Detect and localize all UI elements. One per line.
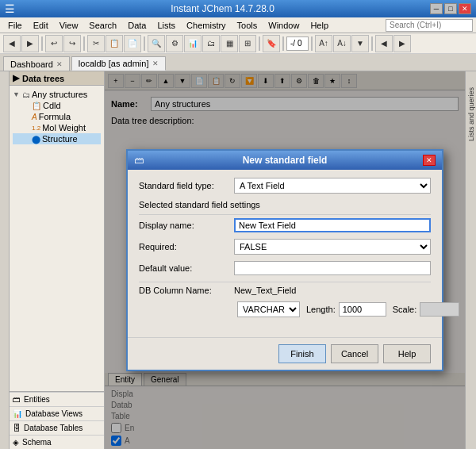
- tree-root[interactable]: ▼ 🗂 Any structures: [13, 89, 101, 100]
- required-label: Required:: [139, 242, 234, 251]
- display-name-label: Display name:: [139, 221, 234, 230]
- menu-edit[interactable]: Edit: [29, 19, 53, 32]
- tree-item-molweight[interactable]: 1.2 Mol Weight: [13, 122, 101, 133]
- section-title: Selected standard field settings: [139, 200, 431, 209]
- main-toolbar: ◀ ▶ ↩ ↪ ✂ 📋 📄 🔍 ⚙ 📊 🗂 ▦ ⊞ 🔖 -/ 0 A↑ A↓ ▼…: [0, 33, 476, 54]
- toolbar-nav-right[interactable]: ▶: [393, 35, 411, 52]
- search-container: [386, 19, 473, 32]
- toolbar-back[interactable]: ◀: [3, 35, 21, 52]
- toolbar-sep-2: [83, 36, 85, 51]
- toolbar-redo[interactable]: ↪: [63, 35, 81, 52]
- app-icon: ☰: [5, 2, 15, 15]
- tree-root-label: Any structures: [32, 90, 87, 99]
- window-controls: ─ □ ✕: [430, 3, 471, 14]
- maximize-button[interactable]: □: [444, 3, 457, 14]
- db-column-value: New_Text_Field: [234, 286, 431, 295]
- tree-item-formula[interactable]: A Formula: [13, 111, 101, 122]
- close-button[interactable]: ✕: [459, 3, 471, 14]
- modal-title: New standard field: [147, 155, 423, 166]
- modal-close-button[interactable]: ✕: [423, 155, 436, 166]
- toolbar-btn12[interactable]: 🔖: [263, 35, 280, 52]
- modal-overlay: 🗃 New standard field ✕ Standard field ty…: [105, 71, 465, 449]
- toolbar-nav-left[interactable]: ◀: [375, 35, 393, 52]
- tab-dashboard-label: Dashboard: [10, 59, 53, 69]
- toolbar-btn3[interactable]: ✂: [87, 35, 105, 52]
- menu-data[interactable]: Data: [123, 19, 151, 32]
- nav-database-views[interactable]: 📊 Database Views: [10, 406, 104, 420]
- tab-localdb[interactable]: localdb [as admin] ✕: [71, 56, 166, 71]
- tree-item-structure[interactable]: ⬤ Structure: [13, 133, 101, 144]
- length-input[interactable]: [339, 302, 386, 317]
- data-trees-label: Data trees: [22, 74, 64, 83]
- tree-structure-label: Structure: [42, 134, 78, 144]
- help-button[interactable]: Help: [383, 344, 431, 363]
- toolbar-filter[interactable]: ▼: [351, 35, 369, 52]
- nav-entities-icon: 🗃: [13, 395, 21, 404]
- toolbar-sort-asc[interactable]: A↑: [315, 35, 332, 52]
- tree-cdld-label: Cdld: [43, 101, 61, 110]
- toolbar-btn4[interactable]: 📋: [106, 35, 123, 52]
- toolbar-undo[interactable]: ↩: [45, 35, 63, 52]
- default-value-row: Default value:: [139, 261, 431, 275]
- minimize-button[interactable]: ─: [430, 3, 443, 14]
- toolbar-forward[interactable]: ▶: [21, 35, 39, 52]
- required-row: Required: FALSE TRUE: [139, 239, 431, 255]
- menu-file[interactable]: File: [3, 19, 27, 32]
- default-value-label: Default value:: [139, 263, 234, 273]
- nav-dbviews-label: Database Views: [25, 409, 83, 418]
- default-value-input[interactable]: [234, 261, 431, 275]
- menu-search[interactable]: Search: [84, 19, 121, 32]
- nav-schema[interactable]: ◈ Schema: [10, 435, 104, 449]
- toolbar-btn7[interactable]: ⚙: [166, 35, 183, 52]
- modal-body: Standard field type: A Text Field Number…: [128, 170, 442, 337]
- finish-button[interactable]: Finish: [278, 344, 326, 363]
- nav-database-tables[interactable]: 🗄 Database Tables: [10, 420, 104, 435]
- scale-input[interactable]: [420, 302, 459, 317]
- search-input[interactable]: [386, 19, 473, 32]
- toolbar-btn8[interactable]: 📊: [184, 35, 202, 52]
- nav-dbviews-icon: 📊: [13, 409, 22, 418]
- tree-formula-icon: A: [32, 113, 37, 121]
- toolbar-btn9[interactable]: 🗂: [202, 35, 220, 52]
- zoom-level: -/ 0: [286, 36, 309, 51]
- tab-dashboard[interactable]: Dashboard ✕: [3, 56, 70, 71]
- modal-dialog: 🗃 New standard field ✕ Standard field ty…: [126, 149, 443, 371]
- type-select[interactable]: VARCHAR CHAR TEXT: [237, 301, 300, 317]
- data-trees-icon: ▶: [13, 73, 19, 83]
- tab-dashboard-close[interactable]: ✕: [56, 60, 63, 68]
- toolbar-btn10[interactable]: ▦: [221, 35, 238, 52]
- nav-entities[interactable]: 🗃 Entities: [10, 392, 104, 406]
- menu-help[interactable]: Help: [305, 19, 333, 32]
- toolbar-btn6[interactable]: 🔍: [148, 35, 165, 52]
- nav-dbtables-label: Database Tables: [24, 424, 83, 432]
- tree-molweight-label: Mol Weight: [42, 123, 86, 132]
- left-sidebar: [0, 71, 10, 449]
- bottom-nav: 🗃 Entities 📊 Database Views 🗄 Database T…: [10, 391, 104, 449]
- toolbar-sep-3: [144, 36, 145, 51]
- db-column-row: DB Column Name: New_Text_Field: [139, 286, 431, 295]
- modal-title-bar: 🗃 New standard field ✕: [128, 151, 442, 170]
- menu-window[interactable]: Window: [263, 19, 304, 32]
- display-name-input[interactable]: [234, 218, 431, 232]
- toolbar-btn11[interactable]: ⊞: [239, 35, 256, 52]
- app-title: Instant JChem 14.7.28.0: [15, 3, 430, 14]
- cancel-button[interactable]: Cancel: [331, 344, 378, 363]
- toolbar-sep-5: [282, 36, 284, 51]
- toolbar-sep-1: [41, 36, 43, 51]
- nav-entities-label: Entities: [24, 395, 50, 404]
- required-select[interactable]: FALSE TRUE: [234, 239, 431, 255]
- side-panel: ▶ Data trees ▼ 🗂 Any structures 📋 Cdld A…: [10, 71, 105, 449]
- tab-localdb-close[interactable]: ✕: [152, 59, 159, 67]
- menu-lists[interactable]: Lists: [152, 19, 180, 32]
- menu-tools[interactable]: Tools: [232, 19, 263, 32]
- menu-chemistry[interactable]: Chemistry: [182, 19, 231, 32]
- nav-schema-icon: ◈: [13, 438, 19, 447]
- tree-molweight-icon: 1.2: [32, 125, 40, 132]
- main-layout: ▶ Data trees ▼ 🗂 Any structures 📋 Cdld A…: [0, 71, 476, 449]
- modal-icon: 🗃: [134, 155, 144, 166]
- toolbar-btn5[interactable]: 📄: [124, 35, 141, 52]
- field-type-select[interactable]: A Text Field Number Field Boolean Field: [234, 178, 431, 194]
- tree-item-cdld[interactable]: 📋 Cdld: [13, 100, 101, 111]
- menu-view[interactable]: View: [55, 19, 83, 32]
- toolbar-sort-desc[interactable]: A↓: [333, 35, 351, 52]
